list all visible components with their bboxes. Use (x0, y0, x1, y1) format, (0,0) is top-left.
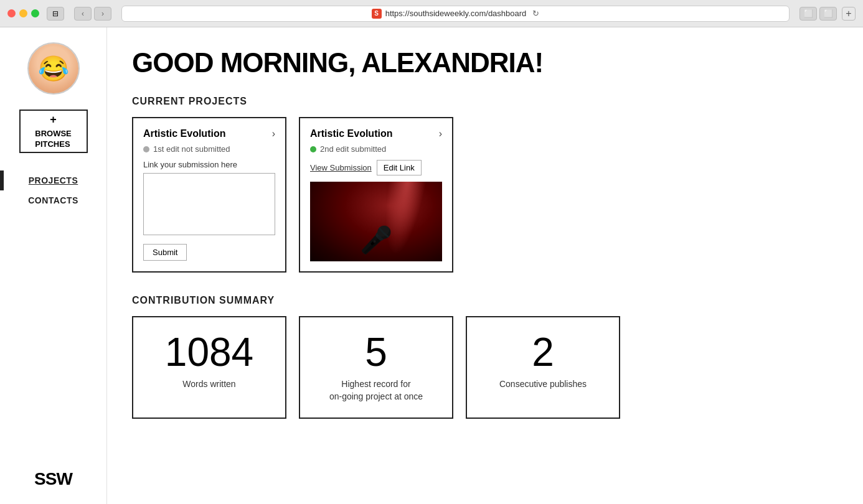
project-card-2-header: Artistic Evolution › (310, 128, 442, 139)
back-button[interactable]: ‹ (74, 7, 92, 21)
stat-card-consecutive: 2 Consecutive publishes (466, 316, 620, 419)
contribution-summary-title: CONTRIBUTION SUMMARY (132, 295, 838, 306)
stat-card-words: 1084 Words written (132, 316, 286, 419)
sidebar-item-projects[interactable]: PROJECTS (10, 170, 97, 190)
avatar: 😂 (27, 42, 80, 95)
project-card-1-chevron[interactable]: › (272, 128, 275, 139)
submit-button[interactable]: Submit (143, 244, 187, 261)
edit-link-button[interactable]: Edit Link (377, 160, 422, 175)
stat-card-highest: 5 Highest record foron-going project at … (299, 316, 453, 419)
share-button[interactable]: ⬜ (799, 7, 817, 21)
window-controls (7, 9, 39, 17)
browser-nav: ‹ › (74, 7, 111, 21)
concert-image: 🎤 (310, 182, 442, 261)
card-2-actions: View Submission Edit Link (310, 160, 442, 175)
view-submission-link[interactable]: View Submission (310, 163, 372, 172)
app-window: 😂 + BROWSEPITCHES PROJECTS CONTACTS SSW … (0, 27, 863, 504)
words-label: Words written (143, 378, 275, 391)
greeting-heading: GOOD MORNING, ALEXANDRIA! (132, 47, 838, 78)
status-label-1: 1st edit not submitted (153, 144, 230, 154)
forward-button[interactable]: › (94, 7, 111, 21)
browser-actions: ⬜ ⬜ + (799, 7, 856, 21)
project-card-2-title: Artistic Evolution (310, 128, 392, 139)
browse-pitches-label: BROWSEPITCHES (35, 129, 72, 150)
consecutive-number: 2 (477, 332, 609, 372)
projects-label: PROJECTS (29, 175, 78, 185)
sidebar-toggle-btn[interactable]: ⊟ (47, 7, 64, 21)
current-projects-title: CURRENT PROJECTS (132, 96, 838, 107)
stats-grid: 1084 Words written 5 Highest record foro… (132, 316, 838, 419)
highest-label: Highest record foron-going project at on… (310, 378, 442, 403)
project-card-2-chevron[interactable]: › (439, 128, 442, 139)
minimize-dot[interactable] (19, 9, 27, 17)
expand-button[interactable]: ⬜ (819, 7, 837, 21)
main-content: GOOD MORNING, ALEXANDRIA! CURRENT PROJEC… (107, 27, 863, 504)
performer-silhouette: 🎤 (360, 225, 392, 255)
status-label-2: 2nd edit submitted (320, 144, 386, 154)
refresh-icon[interactable]: ↻ (532, 9, 539, 18)
status-dot-gray (143, 146, 149, 152)
mac-toolbar: ⊟ ‹ › S https://southsideweekly.com/dash… (0, 0, 863, 27)
project-card-1-header: Artistic Evolution › (143, 128, 275, 139)
plus-icon: + (50, 113, 57, 127)
sidebar: 😂 + BROWSEPITCHES PROJECTS CONTACTS SSW (0, 27, 107, 504)
contacts-label: CONTACTS (28, 195, 78, 205)
close-dot[interactable] (7, 9, 16, 17)
new-tab-button[interactable]: + (842, 7, 856, 21)
site-favicon: S (372, 9, 382, 19)
project-card-1-status: 1st edit not submitted (143, 144, 275, 154)
concert-scene-bg: 🎤 (310, 182, 442, 261)
avatar-image: 😂 (29, 42, 78, 95)
address-bar[interactable]: S https://southsideweekly.com/dashboard … (121, 6, 790, 22)
project-card-1: Artistic Evolution › 1st edit not submit… (132, 117, 286, 273)
highest-number: 5 (310, 332, 442, 372)
consecutive-label: Consecutive publishes (477, 378, 609, 391)
link-label-1: Link your submission here (143, 160, 275, 169)
status-dot-green (310, 146, 316, 152)
maximize-dot[interactable] (31, 9, 39, 17)
submission-textarea[interactable] (143, 173, 275, 235)
project-card-2-status: 2nd edit submitted (310, 144, 442, 154)
projects-grid: Artistic Evolution › 1st edit not submit… (132, 117, 838, 273)
project-card-2: Artistic Evolution › 2nd edit submitted … (299, 117, 453, 273)
sidebar-logo: SSW (34, 469, 72, 489)
sidebar-item-contacts[interactable]: CONTACTS (10, 190, 97, 210)
url-text: https://southsideweekly.com/dashboard (385, 9, 527, 18)
words-number: 1084 (143, 332, 275, 372)
browse-pitches-button[interactable]: + BROWSEPITCHES (19, 110, 88, 153)
project-card-1-title: Artistic Evolution (143, 128, 225, 139)
